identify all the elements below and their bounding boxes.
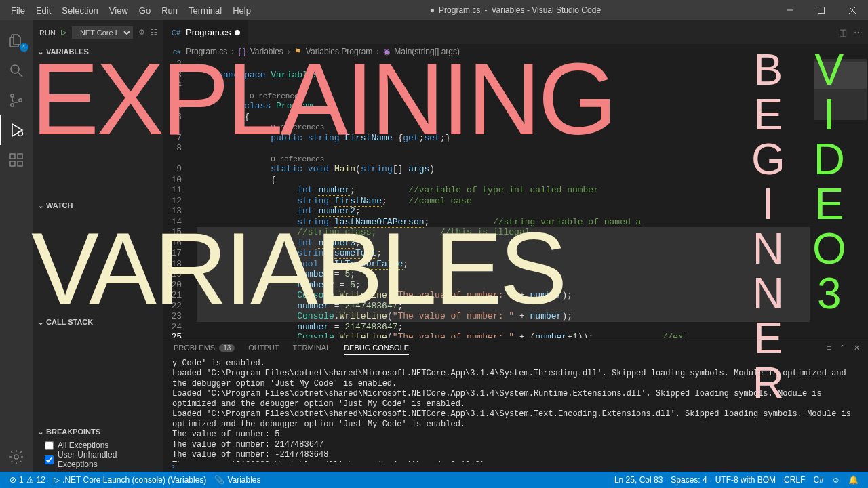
tab-program-cs[interactable]: C# Program.cs <box>163 20 249 44</box>
section-watch[interactable]: ⌄WATCH <box>33 198 163 213</box>
svg-point-3 <box>11 104 14 106</box>
tab-problems[interactable]: PROBLEMS13 <box>174 344 235 352</box>
window-title: ● Program.cs - Variables - Visual Studio… <box>256 5 774 15</box>
svg-rect-8 <box>18 161 22 166</box>
section-callstack[interactable]: ⌄CALL STACK <box>33 314 163 329</box>
menu-terminal[interactable]: Terminal <box>183 5 227 16</box>
code-lines: namespace Variables { 0 references class… <box>197 59 859 338</box>
run-toolbar: RUN ▷ .NET Core Laun ⚙ ☷ <box>33 20 163 44</box>
dirty-dot: ● <box>430 5 435 15</box>
extensions-icon[interactable] <box>0 145 33 175</box>
debug-console-output[interactable]: y Code' is enabled.Loaded 'C:\Program Fi… <box>163 357 868 462</box>
search-icon[interactable] <box>0 56 33 85</box>
pinned-status[interactable]: 📎 Variables <box>210 475 264 485</box>
code-editor[interactable]: 2345678910111213141516171819202122232425… <box>163 59 868 338</box>
debug-views-icon[interactable]: ☷ <box>151 28 157 37</box>
svg-point-1 <box>11 65 19 73</box>
bottom-panel: PROBLEMS13 OUTPUT TERMINAL DEBUG CONSOLE… <box>163 338 868 472</box>
breadcrumb[interactable]: C# Program.cs› { }Variables› ⚑Variables.… <box>163 44 868 59</box>
svg-point-4 <box>19 99 22 102</box>
start-debug-button[interactable]: ▷ <box>61 28 66 37</box>
section-variables[interactable]: ⌄VARIABLES <box>33 44 163 59</box>
explorer-icon[interactable]: 1 <box>0 26 33 56</box>
svg-rect-9 <box>18 154 22 159</box>
tab-output[interactable]: OUTPUT <box>248 344 279 352</box>
more-actions-icon[interactable]: ⋯ <box>854 27 863 37</box>
run-label: RUN <box>39 28 56 37</box>
tab-label: Program.cs <box>186 27 231 37</box>
csharp-file-icon: C# <box>172 47 182 56</box>
menu-bar: FileEditSelectionViewGoRunTerminalHelp <box>0 5 256 16</box>
minimize-button[interactable] <box>774 0 806 20</box>
eol-status[interactable]: CRLF <box>780 475 809 485</box>
editor-tabs: C# Program.cs ◫ ⋯ <box>163 20 868 44</box>
launch-settings-icon[interactable]: ⚙ <box>138 28 145 37</box>
clear-console-icon[interactable]: ≡ <box>827 344 831 352</box>
line-gutter: 2345678910111213141516171819202122232425… <box>163 59 193 338</box>
feedback-icon[interactable]: ☺ <box>828 475 844 485</box>
maximize-button[interactable] <box>806 0 837 20</box>
tab-terminal[interactable]: TERMINAL <box>293 344 331 352</box>
editor-area: C# Program.cs ◫ ⋯ C# Program.cs› { }Vari… <box>163 20 868 472</box>
launch-config-select[interactable]: .NET Core Laun <box>72 26 133 39</box>
tab-debug-console[interactable]: DEBUG CONSOLE <box>344 344 409 355</box>
encoding-status[interactable]: UTF-8 with BOM <box>711 475 780 485</box>
svg-rect-7 <box>10 161 15 166</box>
activity-bar: 1 <box>0 20 33 472</box>
menu-help[interactable]: Help <box>227 5 256 16</box>
menu-run[interactable]: Run <box>156 5 183 16</box>
close-button[interactable] <box>837 0 868 20</box>
panel-close-icon[interactable]: ✕ <box>854 344 860 352</box>
source-control-icon[interactable] <box>0 85 33 115</box>
language-status[interactable]: C# <box>809 475 827 485</box>
svg-text:C#: C# <box>173 48 180 55</box>
title-app: Variables - Visual Studio Code <box>491 5 601 15</box>
debug-console-input[interactable]: › <box>163 462 868 472</box>
settings-gear-icon[interactable] <box>0 442 33 472</box>
run-debug-icon[interactable] <box>0 115 33 145</box>
menu-selection[interactable]: Selection <box>56 5 103 16</box>
svg-text:C#: C# <box>172 29 180 37</box>
svg-rect-6 <box>10 154 15 159</box>
bp-all-exceptions[interactable]: All Exceptions <box>45 441 151 450</box>
cursor-position[interactable]: Ln 25, Col 83 <box>610 475 667 485</box>
minimap[interactable] <box>810 59 868 338</box>
panel-maximize-icon[interactable]: ⌃ <box>840 344 846 352</box>
csharp-file-icon: C# <box>171 27 182 38</box>
launch-config-status[interactable]: ▷ .NET Core Launch (console) (Variables) <box>50 475 210 485</box>
svg-rect-0 <box>818 7 825 14</box>
split-editor-icon[interactable]: ◫ <box>839 27 847 37</box>
breakpoints-list: All Exceptions User-Unhandled Exceptions <box>33 439 163 472</box>
svg-point-2 <box>11 94 14 97</box>
problems-status[interactable]: ⊘ 1 ⚠ 12 <box>5 475 50 485</box>
run-sidebar: RUN ▷ .NET Core Laun ⚙ ☷ ⌄VARIABLES ⌄WAT… <box>33 20 163 472</box>
menu-file[interactable]: File <box>5 5 31 16</box>
indentation-status[interactable]: Spaces: 4 <box>667 475 711 485</box>
explorer-badge: 1 <box>20 43 28 52</box>
menu-view[interactable]: View <box>104 5 134 16</box>
menu-edit[interactable]: Edit <box>31 5 56 16</box>
title-file: Program.cs <box>439 5 480 15</box>
svg-point-10 <box>14 455 18 459</box>
dirty-indicator <box>235 30 240 35</box>
menu-go[interactable]: Go <box>134 5 156 16</box>
titlebar: FileEditSelectionViewGoRunTerminalHelp ●… <box>0 0 868 20</box>
bottom-panel-tabs: PROBLEMS13 OUTPUT TERMINAL DEBUG CONSOLE… <box>163 338 868 357</box>
section-breakpoints[interactable]: ⌄BREAKPOINTS <box>33 424 163 439</box>
title-sep: - <box>484 5 487 15</box>
bp-user-exceptions[interactable]: User-Unhandled Exceptions <box>45 450 151 469</box>
notifications-icon[interactable]: 🔔 <box>844 475 863 485</box>
status-bar: ⊘ 1 ⚠ 12 ▷ .NET Core Launch (console) (V… <box>0 472 868 488</box>
